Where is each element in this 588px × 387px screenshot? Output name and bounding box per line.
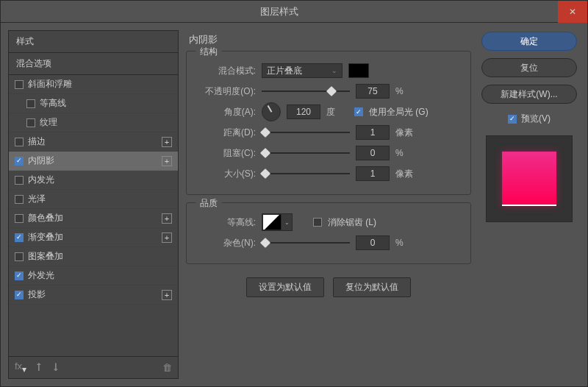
choke-input[interactable]: 0 [356,146,390,160]
size-slider[interactable] [262,168,350,180]
effect-checkbox[interactable] [15,271,24,280]
preview-label: 预览(V) [521,113,551,125]
sidebar-item-4[interactable]: 内阴影+ [9,152,178,171]
effect-label: 投影 [28,288,157,301]
choke-slider[interactable] [262,147,350,159]
choke-label: 阻塞(C): [197,147,256,160]
distance-slider[interactable] [262,127,350,138]
settings-panel: 内阴影 结构 混合模式: 正片叠底 ⌄ 不透明度(O): 75 % [186,30,471,379]
angle-input[interactable]: 120 [287,104,320,119]
distance-label: 距离(D): [197,127,256,139]
effect-label: 图案叠加 [28,250,172,263]
sidebar-item-10[interactable]: 外发光 [9,266,178,285]
effect-label: 颜色叠加 [28,212,157,224]
opacity-unit: % [395,86,417,96]
add-effect-icon[interactable]: + [162,156,172,166]
global-light-label: 使用全局光 (G) [369,106,429,118]
add-effect-icon[interactable]: + [162,290,172,300]
distance-unit: 像素 [395,127,417,139]
sidebar-item-3[interactable]: 描边+ [9,132,178,152]
size-input[interactable]: 1 [356,166,390,181]
blend-mode-value: 正片叠底 [267,65,302,77]
trash-icon[interactable]: 🗑 [162,362,172,373]
panel-title: 内阴影 [186,30,471,49]
blend-mode-label: 混合模式: [197,65,256,77]
angle-dial[interactable] [262,102,281,121]
noise-unit: % [395,238,417,248]
sidebar-item-1[interactable]: 等高线 [9,94,178,113]
preview-checkbox[interactable] [508,115,517,124]
effect-checkbox[interactable] [15,252,24,261]
sidebar-item-5[interactable]: 内发光 [9,171,178,190]
effect-label: 斜面和浮雕 [28,78,172,90]
effect-checkbox[interactable] [26,99,35,108]
new-style-button[interactable]: 新建样式(W)... [481,85,577,104]
styles-sidebar: 样式 混合选项 斜面和浮雕等高线纹理描边+内阴影+内发光光泽颜色叠加+渐变叠加+… [8,30,179,379]
effect-checkbox[interactable] [15,138,24,146]
antialias-checkbox[interactable] [313,218,322,227]
add-effect-icon[interactable]: + [162,232,172,243]
move-down-icon[interactable]: 🠗 [51,362,60,373]
size-unit: 像素 [395,168,417,180]
blending-options-item[interactable]: 混合选项 [9,52,178,75]
noise-input[interactable]: 0 [356,235,390,250]
effect-checkbox[interactable] [15,195,24,204]
quality-group: 品质 等高线: ⌄ 消除锯齿 (L) 杂色(N): 0 % [186,202,471,264]
global-light-checkbox[interactable] [354,107,363,116]
chevron-down-icon: ⌄ [331,67,337,74]
effect-checkbox[interactable] [15,233,24,242]
sidebar-item-2[interactable]: 纹理 [9,113,178,132]
preview-box [486,135,573,222]
structure-legend: 结构 [196,46,222,58]
sidebar-item-6[interactable]: 光泽 [9,190,178,209]
effect-checkbox[interactable] [15,291,24,299]
size-label: 大小(S): [197,168,256,180]
contour-label: 等高线: [197,216,256,229]
opacity-label: 不透明度(O): [197,85,256,98]
noise-slider[interactable] [262,237,350,249]
fx-icon[interactable]: fx▾ [15,361,26,374]
choke-unit: % [395,148,417,158]
structure-group: 结构 混合模式: 正片叠底 ⌄ 不透明度(O): 75 % 角度(A [186,51,471,195]
sidebar-item-0[interactable]: 斜面和浮雕 [9,75,178,94]
sidebar-item-7[interactable]: 颜色叠加+ [9,209,178,228]
sidebar-footer: fx▾ 🠕 🠗 🗑 [9,356,178,378]
blend-mode-select[interactable]: 正片叠底 ⌄ [262,63,343,78]
effect-label: 等高线 [40,97,172,110]
sidebar-item-9[interactable]: 图案叠加 [9,247,178,266]
effect-checkbox[interactable] [15,176,24,185]
add-effect-icon[interactable]: + [162,137,172,147]
reset-default-button[interactable]: 复位为默认值 [333,277,411,297]
sidebar-item-11[interactable]: 投影+ [9,285,178,305]
defaults-row: 设置为默认值 复位为默认值 [186,277,471,297]
opacity-slider[interactable] [262,85,350,97]
effect-label: 外发光 [28,269,172,282]
titlebar: 图层样式 ✕ [1,1,587,23]
noise-label: 杂色(N): [197,237,256,249]
close-button[interactable]: ✕ [558,1,587,23]
effect-checkbox[interactable] [15,157,24,166]
distance-input[interactable]: 1 [356,125,390,140]
sidebar-header: 样式 [9,31,178,52]
effect-checkbox[interactable] [15,80,24,89]
dialog-body: 样式 混合选项 斜面和浮雕等高线纹理描边+内阴影+内发光光泽颜色叠加+渐变叠加+… [1,23,587,386]
effect-label: 渐变叠加 [28,231,157,244]
antialias-label: 消除锯齿 (L) [328,216,376,229]
add-effect-icon[interactable]: + [162,213,172,224]
effect-checkbox[interactable] [15,214,24,223]
ok-button[interactable]: 确定 [481,32,577,51]
angle-label: 角度(A): [197,106,256,118]
quality-legend: 品质 [196,197,222,210]
shadow-color-swatch[interactable] [348,63,369,78]
effect-label: 光泽 [28,193,172,205]
make-default-button[interactable]: 设置为默认值 [246,277,324,297]
sidebar-item-8[interactable]: 渐变叠加+ [9,228,178,247]
effect-checkbox[interactable] [26,118,35,127]
contour-picker[interactable]: ⌄ [262,213,293,231]
cancel-button[interactable]: 复位 [481,58,577,77]
preview-swatch [502,152,556,206]
effect-label: 描边 [28,135,157,148]
right-column: 确定 复位 新建样式(W)... 预览(V) [478,30,580,379]
opacity-input[interactable]: 75 [356,84,390,99]
move-up-icon[interactable]: 🠕 [34,362,43,373]
